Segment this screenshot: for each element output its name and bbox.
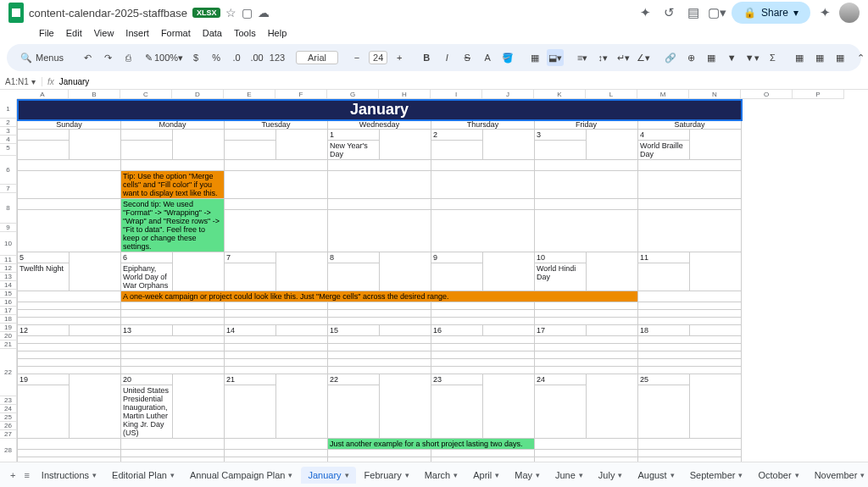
- gemini-icon[interactable]: ✦: [637, 3, 655, 22]
- comment-icon[interactable]: ⊕: [682, 49, 699, 66]
- sheets-logo-icon[interactable]: [8, 3, 24, 23]
- tab-august[interactable]: August▾: [631, 467, 681, 484]
- name-box[interactable]: A1:N1 ▾: [0, 77, 42, 86]
- text-color-icon[interactable]: A: [479, 49, 496, 66]
- decrease-decimal-icon[interactable]: .0: [228, 49, 245, 66]
- day-2: 2: [431, 130, 483, 141]
- insert-icon[interactable]: ▦: [811, 49, 828, 66]
- move-icon[interactable]: ▢: [242, 6, 253, 19]
- tab-october[interactable]: October▾: [751, 467, 805, 484]
- tab-instructions[interactable]: Instructions▾: [35, 467, 103, 484]
- menu-edit[interactable]: Edit: [61, 26, 87, 40]
- font-size-input[interactable]: 24: [369, 51, 387, 64]
- day-19: 19: [18, 374, 70, 385]
- tab-editorial[interactable]: Editorial Plan▾: [105, 467, 181, 484]
- undo-icon[interactable]: ↶: [79, 49, 96, 66]
- tables-icon[interactable]: ▦: [791, 49, 808, 66]
- menu-tools[interactable]: Tools: [229, 26, 261, 40]
- tab-april[interactable]: April▾: [466, 467, 506, 484]
- menu-bar: File Edit View Insert Format Data Tools …: [0, 25, 868, 41]
- tab-november[interactable]: November▾: [808, 467, 868, 484]
- menus-search[interactable]: 🔍 Menus: [15, 51, 69, 65]
- event-inauguration: United States Presidential Inauguration,…: [121, 385, 173, 439]
- strike-icon[interactable]: S: [459, 49, 476, 66]
- italic-icon[interactable]: I: [438, 49, 455, 66]
- menu-insert[interactable]: Insert: [120, 26, 154, 40]
- wrap-icon[interactable]: ↵▾: [615, 49, 632, 66]
- v-align-icon[interactable]: ↕▾: [594, 49, 611, 66]
- filter-views-icon[interactable]: ▼▾: [743, 49, 760, 66]
- day-8: 8: [328, 252, 380, 263]
- day-21: 21: [225, 374, 276, 385]
- sheet-tabs: + ≡ Instructions▾ Editorial Plan▾ Annual…: [0, 462, 868, 487]
- tab-february[interactable]: February▾: [358, 467, 416, 484]
- tab-june[interactable]: June▾: [548, 467, 590, 484]
- menu-file[interactable]: File: [34, 26, 59, 40]
- zoom-select[interactable]: 100% ▾: [160, 49, 177, 66]
- cloud-status-icon[interactable]: ☁: [258, 6, 270, 19]
- tab-january[interactable]: January▾: [301, 467, 355, 484]
- spreadsheet-grid[interactable]: A B C D E F G H I J K L M N O P 1 2 3 4 …: [0, 90, 868, 479]
- percent-icon[interactable]: %: [208, 49, 225, 66]
- menu-help[interactable]: Help: [263, 26, 292, 40]
- star-icon[interactable]: ☆: [225, 6, 236, 19]
- comments-icon[interactable]: ▤: [684, 3, 703, 22]
- account-avatar[interactable]: [839, 3, 860, 23]
- fill-color-icon[interactable]: 🪣: [499, 49, 516, 66]
- dow-thursday: Thursday: [431, 120, 535, 130]
- tab-annual[interactable]: Annual Campaign Plan▾: [183, 467, 300, 484]
- filter-icon[interactable]: ▼: [723, 49, 740, 66]
- redo-icon[interactable]: ↷: [99, 49, 116, 66]
- increase-font-icon[interactable]: +: [391, 49, 408, 66]
- calendar-table[interactable]: January Sunday Monday Tuesday Wednesday …: [17, 99, 742, 479]
- history-icon[interactable]: ↺: [660, 3, 679, 22]
- h-align-icon[interactable]: ≡▾: [574, 49, 591, 66]
- add-sheet-icon[interactable]: +: [7, 467, 19, 484]
- dow-sunday: Sunday: [18, 120, 121, 130]
- dow-monday: Monday: [121, 120, 225, 130]
- document-title[interactable]: content-calendar-2025-staffbase: [29, 7, 187, 19]
- collapse-toolbar-icon[interactable]: ⌃: [852, 49, 868, 66]
- sparkle-icon[interactable]: ✦: [815, 3, 834, 22]
- row-headers[interactable]: 1 2 3 4 5 6 7 8 9 10 11 12 13 14 15 16 1…: [0, 99, 17, 479]
- menu-view[interactable]: View: [89, 26, 120, 40]
- tab-may[interactable]: May▾: [508, 467, 547, 484]
- campaign-bar: A one-week campaign or project could loo…: [121, 291, 638, 302]
- rotate-icon[interactable]: ∠▾: [635, 49, 652, 66]
- day-7: 7: [225, 252, 276, 263]
- menu-data[interactable]: Data: [198, 26, 227, 40]
- borders-icon[interactable]: ▦: [526, 49, 543, 66]
- column-headers[interactable]: A B C D E F G H I J K L M N O P: [17, 90, 868, 99]
- tab-july[interactable]: July▾: [592, 467, 630, 484]
- insert2-icon[interactable]: ▦: [832, 49, 849, 66]
- merge-icon[interactable]: ⬓▾: [547, 49, 564, 66]
- day-20: 20: [121, 374, 173, 385]
- share-button[interactable]: 🔒 Share ▾: [732, 2, 810, 24]
- more-formats-icon[interactable]: 123: [269, 49, 286, 66]
- all-sheets-icon[interactable]: ≡: [20, 467, 32, 484]
- bold-icon[interactable]: B: [418, 49, 435, 66]
- decrease-font-icon[interactable]: −: [348, 49, 365, 66]
- tab-september[interactable]: September▾: [683, 467, 750, 484]
- lock-icon: 🔒: [743, 7, 756, 19]
- print-icon[interactable]: ⎙: [120, 49, 136, 66]
- day-11: 11: [638, 252, 690, 263]
- increase-decimal-icon[interactable]: .00: [248, 49, 265, 66]
- formula-input[interactable]: January: [59, 77, 90, 86]
- event-epiphany: Epiphany, World Day of War Orphans: [121, 263, 173, 291]
- event-braille: World Braille Day: [638, 141, 690, 160]
- link-icon[interactable]: 🔗: [662, 49, 679, 66]
- day-18: 18: [638, 325, 690, 336]
- chart-icon[interactable]: ▦: [703, 49, 720, 66]
- day-24: 24: [535, 374, 587, 385]
- tab-march[interactable]: March▾: [418, 467, 465, 484]
- month-banner[interactable]: January: [18, 100, 742, 120]
- meet-icon[interactable]: ▢▾: [708, 3, 726, 22]
- day-5: 5: [18, 252, 70, 263]
- functions-icon[interactable]: Σ: [764, 49, 781, 66]
- day-10: 10: [535, 252, 587, 263]
- currency-icon[interactable]: $: [187, 49, 204, 66]
- font-select[interactable]: Arial: [296, 51, 338, 64]
- menu-format[interactable]: Format: [156, 26, 196, 40]
- dropdown-icon: ▾: [793, 7, 798, 19]
